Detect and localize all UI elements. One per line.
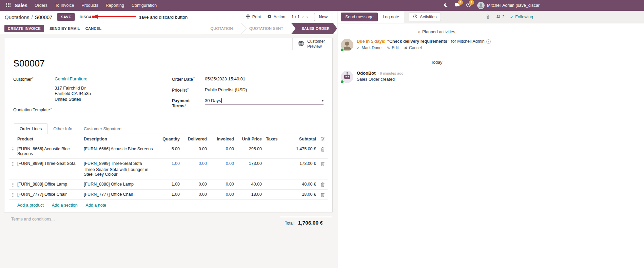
new-button[interactable]: New (314, 13, 332, 21)
order-date-field[interactable]: 05/25/2023 15:40:01 (205, 76, 324, 81)
cell-subtotal: 18.00 € (284, 192, 317, 197)
annotation-label: save and discard button (139, 15, 188, 20)
col-header-taxes[interactable]: Taxes (263, 137, 284, 141)
check-icon: ✓ (510, 15, 513, 20)
chatter-panel: Send message Log note Activities (337, 11, 644, 268)
table-row[interactable]: [FURN_8888] Office Lamp [FURN_8888] Offi… (9, 179, 328, 190)
customer-preview-button[interactable]: Customer Preview (292, 38, 332, 50)
nav-item-to-invoice[interactable]: To Invoice (51, 0, 78, 11)
user-name: Mitchell Admin (save_discar (487, 3, 540, 8)
planned-activities-toggle[interactable]: ▾ Planned activities (341, 30, 532, 34)
delete-row-icon[interactable] (317, 182, 328, 187)
nav-item-reporting[interactable]: Reporting (102, 0, 128, 11)
nav-item-products[interactable]: Products (78, 0, 102, 11)
col-header-description[interactable]: Description (84, 137, 155, 141)
optional-columns-icon[interactable] (317, 137, 328, 141)
help-marker: ? (32, 77, 33, 80)
col-header-invoiced[interactable]: Invoiced (208, 137, 235, 141)
cell-unit-price: 18.00 (235, 192, 263, 197)
activity-summary: “Check delivery requirements” (387, 39, 449, 44)
app-brand[interactable]: Sales (15, 3, 27, 8)
control-panel: Quotations / S00007 SAVE DISCARD save an… (0, 11, 337, 23)
dropdown-caret-icon[interactable]: ▾ (322, 99, 324, 102)
terms-and-conditions-placeholder[interactable]: Terms and conditions... (11, 217, 55, 222)
message-author[interactable]: OdooBot (357, 71, 376, 76)
table-header-row: Product Description Quantity Delivered I… (9, 134, 328, 144)
nav-item-configuration[interactable]: Configuration (128, 0, 160, 11)
order-total: Total: 1,706.00 € (280, 217, 332, 229)
create-invoice-button[interactable]: CREATE INVOICE (4, 25, 44, 32)
activities-badge: 2 (469, 0, 474, 5)
tab-customer-signature[interactable]: Customer Signature (78, 123, 127, 134)
breadcrumb-quotations-link[interactable]: Quotations (5, 14, 30, 20)
delete-row-icon[interactable] (317, 147, 328, 152)
drag-handle-icon[interactable] (9, 192, 17, 197)
pricelist-label: Pricelist? (172, 87, 205, 93)
pricelist-field[interactable]: Public Pricelist (USD) (205, 87, 324, 92)
delete-row-icon[interactable] (317, 161, 328, 166)
pager: 1 / 1 ‹ › (291, 14, 308, 20)
drag-handle-icon[interactable] (9, 182, 17, 187)
delete-row-icon[interactable] (317, 192, 328, 197)
date-divider: Today (341, 60, 532, 65)
stage-sales-order[interactable]: SALES ORDER (291, 23, 337, 34)
save-button[interactable]: SAVE (57, 13, 75, 21)
table-row[interactable]: [FURN_6666] Acoustic Bloc Screens [FURN_… (9, 144, 328, 159)
activity-due-text: Due in 5 days: (357, 39, 386, 44)
col-header-delivered[interactable]: Delivered (181, 137, 208, 141)
edit-activity-button[interactable]: ✎ Edit (387, 45, 399, 50)
discard-button[interactable]: DISCARD (80, 15, 97, 19)
apps-menu-button[interactable] (3, 3, 13, 8)
customer-link[interactable]: Gemini Furniture (55, 76, 87, 81)
odoobot-presence-badge (340, 80, 344, 84)
stage-quotation[interactable]: QUOTATION (202, 23, 241, 34)
print-button[interactable]: Print (246, 14, 261, 20)
table-row[interactable]: [FURN_8999] Three-Seat Sofa [FURN_8999] … (9, 159, 328, 179)
apps-grid-icon (6, 3, 11, 8)
cancel-button[interactable]: CANCEL (85, 26, 102, 31)
send-by-email-button[interactable]: SEND BY EMAIL (50, 26, 80, 31)
dark-mode-moon-button[interactable] (444, 2, 449, 8)
add-section-link[interactable]: Add a section (52, 203, 78, 208)
stage-quotation-sent[interactable]: QUOTATION SENT (241, 23, 291, 34)
log-note-button[interactable]: Log note (378, 13, 404, 21)
drag-handle-icon[interactable] (9, 147, 17, 152)
paperclip-icon[interactable] (486, 14, 490, 20)
info-icon[interactable]: i (486, 39, 491, 44)
add-note-link[interactable]: Add a note (86, 203, 106, 208)
form-view-area: Customer Preview S00007 Customer? Gemini… (0, 34, 337, 268)
col-header-product[interactable]: Product (17, 137, 84, 141)
send-message-button[interactable]: Send message (341, 13, 378, 21)
activities-systray-button[interactable]: 2 (466, 2, 471, 8)
cell-invoiced: 0.00 (208, 161, 235, 166)
nav-item-orders[interactable]: Orders (31, 0, 51, 11)
payment-terms-label: Payment Terms? (172, 98, 205, 108)
following-button[interactable]: ✓ Following (510, 15, 533, 20)
cell-product: [FURN_8888] Office Lamp (17, 182, 84, 187)
activities-tab[interactable]: Activities (409, 13, 441, 21)
col-header-subtotal[interactable]: Subtotal (284, 137, 317, 141)
payment-terms-field[interactable]: 30 Days ▾ (205, 98, 324, 104)
col-header-unit-price[interactable]: Unit Price (235, 137, 263, 141)
action-button[interactable]: Action (267, 14, 286, 20)
odoobot-avatar (341, 71, 353, 83)
followers-button[interactable]: 2 (496, 14, 505, 20)
pager-previous-icon[interactable]: ‹ (302, 14, 304, 20)
cancel-activity-button[interactable]: ✖ Cancel (404, 45, 422, 50)
cell-quantity: 1.00 (155, 192, 181, 197)
messages-button[interactable]: 4 (455, 2, 460, 8)
tab-other-info[interactable]: Other Info (47, 123, 78, 134)
stage-pipeline: QUOTATION QUOTATION SENT SALES ORDER (202, 23, 337, 34)
add-product-link[interactable]: Add a product (17, 203, 44, 208)
cell-description-note: Three Seater Sofa with Lounger in Steel … (84, 167, 153, 177)
table-row[interactable]: [FURN_7777] Office Chair [FURN_7777] Off… (9, 190, 328, 200)
mark-done-button[interactable]: ✓ Mark Done (357, 45, 382, 50)
drag-handle-icon[interactable] (9, 161, 17, 166)
pager-next-icon[interactable]: › (306, 14, 308, 20)
tab-order-lines[interactable]: Order Lines (14, 123, 47, 134)
breadcrumb: Quotations / S00007 (5, 14, 52, 20)
col-header-quantity[interactable]: Quantity (155, 137, 181, 141)
cell-delivered: 0.00 (181, 182, 208, 187)
cell-quantity: 1.00 (155, 161, 181, 166)
user-menu-button[interactable]: Mitchell Admin (save_discar (477, 2, 540, 9)
